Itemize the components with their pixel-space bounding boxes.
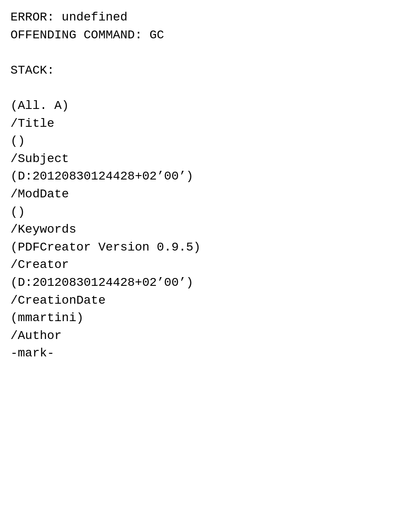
stack-item-11: /CreationDate <box>10 292 408 310</box>
stack-item-2: () <box>10 132 408 150</box>
stack-item-10: (D:20120830124428+02’00’) <box>10 274 408 292</box>
stack-label: STACK: <box>10 62 408 80</box>
stack-item-6: () <box>10 203 408 221</box>
stack-item-3: /Subject <box>10 150 408 168</box>
stack-item-13: /Author <box>10 327 408 345</box>
stack-item-8: (PDFCreator Version 0.9.5) <box>10 239 408 257</box>
error-line2: OFFENDING COMMAND: GC <box>10 27 408 44</box>
spacer2 <box>10 79 408 97</box>
stack-item-14: -mark- <box>10 345 408 363</box>
error-block: ERROR: undefined OFFENDING COMMAND: GC <box>10 9 408 44</box>
stack-items: (All. A)/Title()/Subject(D:2012083012442… <box>10 97 408 363</box>
spacer1 <box>10 44 408 62</box>
stack-item-0: (All. A) <box>10 97 408 115</box>
stack-item-5: /ModDate <box>10 186 408 203</box>
stack-item-1: /Title <box>10 115 408 133</box>
stack-item-9: /Creator <box>10 256 408 274</box>
error-line1: ERROR: undefined <box>10 9 408 27</box>
stack-item-4: (D:20120830124428+02’00’) <box>10 168 408 186</box>
stack-item-7: /Keywords <box>10 221 408 239</box>
stack-block: STACK: <box>10 62 408 80</box>
stack-item-12: (mmartini) <box>10 309 408 327</box>
